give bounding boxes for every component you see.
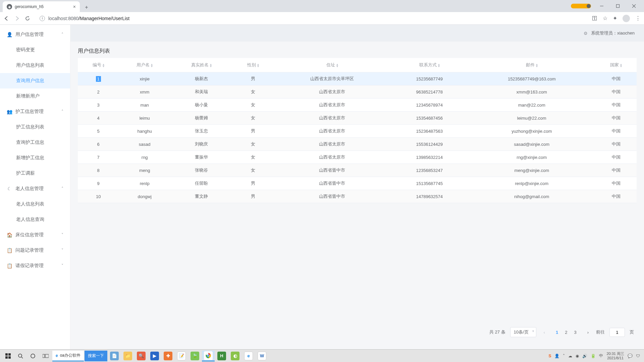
submenu-item[interactable]: 密码变更 bbox=[0, 42, 70, 58]
menu-group-3[interactable]: 🏠床位信息管理˅ bbox=[0, 227, 70, 243]
browser-tab[interactable]: ◉ gerocomium_h5 × bbox=[3, 1, 80, 12]
taskbar-app-1[interactable]: 📄 bbox=[108, 351, 121, 361]
tray-sogou-icon[interactable]: S bbox=[548, 354, 551, 358]
submenu-item[interactable]: 新增新用户 bbox=[0, 88, 70, 104]
extensions-icon[interactable]: ✦ bbox=[613, 15, 617, 21]
tray-onedrive-icon[interactable]: ☁ bbox=[568, 354, 572, 358]
tray-people-icon[interactable]: 👤 bbox=[554, 354, 559, 358]
menu-group-label: 请假记录管理 bbox=[15, 263, 58, 269]
maximize-button[interactable] bbox=[610, 1, 625, 11]
new-tab-button[interactable]: + bbox=[82, 3, 91, 12]
table-row[interactable]: 7rng董振华女山西省太原市13985632214rng@xinjie.com中… bbox=[78, 151, 637, 164]
submenu-item[interactable]: 新增护工信息 bbox=[0, 150, 70, 166]
close-icon[interactable]: × bbox=[73, 4, 76, 9]
account-pill[interactable] bbox=[571, 4, 591, 8]
table-row[interactable]: 9renlp任留盼男山西省晋中市15135687745renlp@xinjie.… bbox=[78, 177, 637, 190]
tray-shield-icon[interactable]: 🛡 bbox=[636, 354, 640, 358]
star-icon[interactable]: ☆ bbox=[603, 15, 607, 21]
taskbar-app-6[interactable]: 📝 bbox=[175, 351, 188, 361]
cell-id: 8 bbox=[78, 164, 119, 177]
submenu-item[interactable]: 查询用户信息 bbox=[0, 73, 70, 88]
page-number[interactable]: 1 bbox=[552, 328, 561, 336]
column-header[interactable]: 用户名▴▾ bbox=[119, 58, 170, 72]
taskbar-app-ie[interactable]: e oa办公软件 bbox=[52, 351, 84, 361]
cell-address: 山西省太原市尖草坪区 bbox=[273, 72, 391, 85]
table-row[interactable]: 2xmm和美瑞女山西省太原市96385214778xmm@163.com中国 bbox=[78, 85, 637, 99]
submenu-item[interactable]: 老人信息查询 bbox=[0, 212, 70, 227]
menu-group-4[interactable]: 📋问题记录管理˅ bbox=[0, 243, 70, 258]
url-field[interactable]: i localhost:8080/ManagerHome/UserList bbox=[35, 13, 587, 23]
table-row[interactable]: 8meng张晓谷女山西省晋中市12356853247meng@xinjie.co… bbox=[78, 164, 637, 177]
taskbar-app-chrome[interactable] bbox=[202, 351, 215, 361]
task-view-button[interactable] bbox=[40, 351, 52, 361]
tray-ime-icon[interactable]: 中 bbox=[599, 353, 603, 359]
submenu-item[interactable]: 护工信息列表 bbox=[0, 119, 70, 135]
cell-realname: 和美瑞 bbox=[170, 85, 232, 99]
minimize-button[interactable] bbox=[594, 1, 609, 11]
next-page-button[interactable]: › bbox=[585, 328, 591, 336]
svg-line-9 bbox=[21, 357, 23, 358]
column-header[interactable]: 真实姓名▴▾ bbox=[170, 58, 232, 72]
close-window-button[interactable] bbox=[627, 1, 641, 11]
taskbar-app-11[interactable]: W bbox=[256, 351, 268, 361]
table-row[interactable]: 6sasad刘晓庆女山西省太原市15536124429sasad@xinjie.… bbox=[78, 138, 637, 151]
admin-label: 系统管理员：xiaochen bbox=[591, 30, 635, 36]
cortana-button[interactable] bbox=[27, 351, 39, 361]
taskbar-app-7[interactable]: 🍃 bbox=[189, 351, 201, 361]
menu-group-0[interactable]: 👤用户信息管理˄ bbox=[0, 27, 70, 42]
taskbar-app-4[interactable]: ▶ bbox=[148, 351, 161, 361]
page-size-select[interactable]: 10条/页 bbox=[510, 327, 536, 337]
page-number[interactable]: 2 bbox=[561, 328, 571, 336]
column-header[interactable]: 国家▴▾ bbox=[596, 58, 637, 72]
tray-chevron-up-icon[interactable]: ˄ bbox=[563, 354, 565, 358]
column-header[interactable]: 住址▴▾ bbox=[273, 58, 391, 72]
submenu-item[interactable]: 查询护工信息 bbox=[0, 135, 70, 150]
table-row[interactable]: 3man杨小曼女山西省太原市12345678974man@22.com中国 bbox=[78, 99, 637, 112]
taskbar-search-box[interactable]: 搜索一下 bbox=[85, 351, 107, 361]
column-header[interactable]: 编号▴▾ bbox=[78, 58, 119, 72]
start-button[interactable] bbox=[2, 351, 14, 361]
submenu-item[interactable]: 老人信息列表 bbox=[0, 196, 70, 212]
key-icon[interactable]: ⚿ bbox=[592, 15, 597, 21]
taskbar-clock[interactable]: 20:31 周三 2021/8/11 bbox=[606, 352, 624, 360]
taskbar-app-2[interactable]: 📁 bbox=[121, 351, 134, 361]
goto-page-input[interactable] bbox=[609, 328, 625, 337]
sidebar: 👤用户信息管理˄密码变更用户信息列表查询用户信息新增新用户👥护工信息管理˄护工信… bbox=[0, 25, 70, 349]
tray-volume-icon[interactable]: 🔊 bbox=[582, 354, 587, 358]
search-button[interactable] bbox=[15, 351, 26, 361]
cell-country: 中国 bbox=[596, 177, 637, 190]
tray-wifi-icon[interactable]: ◉ bbox=[576, 354, 579, 358]
gear-icon[interactable]: ⚙ bbox=[584, 31, 588, 36]
forward-button[interactable] bbox=[14, 15, 20, 21]
taskbar-app-10[interactable]: e bbox=[242, 351, 255, 361]
cell-address: 山西省太原市 bbox=[273, 151, 391, 164]
taskbar-app-8[interactable]: H bbox=[215, 351, 228, 361]
cell-country: 中国 bbox=[596, 125, 637, 138]
table-row[interactable]: 4leimu杨蕾姆女山西省太原市15354687456leimu@22.com中… bbox=[78, 112, 637, 125]
column-header[interactable]: 联系方式▴▾ bbox=[391, 58, 468, 72]
back-button[interactable] bbox=[3, 15, 9, 21]
submenu-item[interactable]: 用户信息列表 bbox=[0, 58, 70, 73]
profile-icon[interactable] bbox=[623, 15, 630, 22]
menu-icon[interactable]: ⋮ bbox=[635, 15, 641, 21]
submenu-item[interactable]: 护工调薪 bbox=[0, 166, 70, 181]
tray-notifications-icon[interactable]: 💬 bbox=[628, 354, 633, 358]
menu-group-1[interactable]: 👥护工信息管理˄ bbox=[0, 104, 70, 119]
menu-group-2[interactable]: ☾老人信息管理˄ bbox=[0, 181, 70, 196]
info-icon[interactable]: i bbox=[40, 16, 45, 21]
tray-battery-icon[interactable]: 🔋 bbox=[591, 354, 596, 358]
table-row[interactable]: 5hanghu张玉忠男山西省太原市15236487563yuzhong@xinj… bbox=[78, 125, 637, 138]
taskbar-app-9[interactable]: ◐ bbox=[229, 351, 241, 361]
table-row[interactable]: 10dongwj董文静男山西省晋中市14789632574nihog@gmail… bbox=[78, 190, 637, 203]
prev-page-button[interactable]: ‹ bbox=[541, 328, 548, 336]
taskbar-app-3[interactable]: 🔍 bbox=[135, 351, 148, 361]
reload-button[interactable] bbox=[25, 16, 30, 21]
table-row[interactable]: 1xinjie杨新杰男山西省太原市尖草坪区1523568774915235687… bbox=[78, 72, 637, 85]
cell-phone: 12356853247 bbox=[391, 164, 468, 177]
column-header[interactable]: 性别▴▾ bbox=[232, 58, 273, 72]
column-header[interactable]: 邮件▴▾ bbox=[468, 58, 596, 72]
taskbar-app-5[interactable]: ✚ bbox=[162, 351, 174, 361]
svg-rect-4 bbox=[5, 353, 8, 356]
page-number[interactable]: 3 bbox=[571, 328, 580, 336]
menu-group-5[interactable]: 📋请假记录管理˅ bbox=[0, 258, 70, 274]
